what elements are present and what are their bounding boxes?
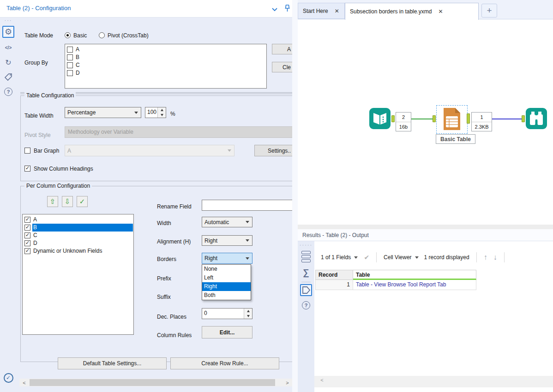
run-refresh-icon[interactable]: ↻	[2, 56, 14, 68]
chevron-down-icon[interactable]	[354, 256, 358, 259]
results-toolbar: 1 of 1 Fields ✔ Cell Viewer 1 record dis…	[314, 250, 553, 264]
suffix-label: Suffix	[157, 294, 171, 300]
column-rules-edit-button[interactable]: Edit...	[202, 326, 252, 339]
horizontal-scrollbar[interactable]: < >	[19, 379, 292, 386]
list-item[interactable]: Dynamic or Unknown Fields	[23, 247, 133, 255]
metadata-view-icon[interactable]: ∑	[300, 267, 312, 279]
spin-up-icon[interactable]	[244, 309, 252, 314]
checkbox[interactable]	[67, 54, 73, 60]
table-row: 1 Table - View Browse Tool Report Tab	[315, 280, 476, 290]
tool-annotation-label[interactable]: Basic Table	[436, 134, 475, 144]
cell-viewer-dropdown[interactable]: Cell Viewer	[384, 254, 411, 261]
pin-icon[interactable]	[283, 4, 291, 14]
scrollbar-thumb[interactable]	[30, 379, 275, 386]
bar-graph-checkbox[interactable]	[24, 148, 30, 154]
all-button[interactable]: A	[272, 44, 292, 54]
default-table-settings-button[interactable]: Default Table Settings...	[58, 357, 167, 369]
checkbox[interactable]	[67, 62, 73, 68]
browse-tool-icon[interactable]	[526, 108, 547, 131]
checkbox[interactable]	[24, 232, 30, 238]
table-width-mode-combo[interactable]: Percentage	[65, 107, 141, 118]
show-column-headings-checkbox[interactable]	[24, 166, 30, 172]
spin-up-icon[interactable]	[158, 107, 166, 113]
list-item[interactable]: C	[65, 61, 266, 69]
group-by-list[interactable]: A B C D	[65, 44, 267, 89]
input-anchor[interactable]	[433, 115, 436, 122]
next-record-icon[interactable]: ↓	[493, 253, 497, 261]
list-item[interactable]: A	[65, 46, 266, 53]
tab-workflow[interactable]: Subsection borders in table.yxmd ✕	[345, 3, 479, 20]
dropdown-option[interactable]: None	[202, 265, 251, 273]
column-header-record[interactable]: Record	[315, 270, 353, 280]
bar-graph-settings-button[interactable]: Settings..	[254, 145, 292, 156]
dropdown-option[interactable]: Both	[202, 291, 251, 300]
list-item[interactable]: D	[65, 69, 266, 77]
new-workflow-button[interactable]: +	[481, 4, 497, 18]
apply-check-icon[interactable]: ✔	[364, 254, 369, 261]
results-sidebar: ····· ∑ ?	[298, 241, 314, 392]
table-tool-icon[interactable]	[442, 107, 462, 132]
rename-field-input[interactable]	[202, 200, 292, 211]
fields-list[interactable]: A B C D Dynamic or Unknown Fields	[22, 214, 134, 335]
output-anchor[interactable]	[391, 115, 395, 122]
connection-line-blue[interactable]	[492, 119, 522, 119]
list-item[interactable]: A	[23, 216, 133, 224]
borders-combo[interactable]: Right	[202, 253, 252, 264]
spin-down-icon[interactable]	[244, 314, 252, 319]
scroll-left-icon[interactable]: <	[20, 379, 28, 386]
close-icon[interactable]: ✕	[438, 8, 443, 15]
previous-record-icon[interactable]: ↑	[484, 253, 487, 261]
tool-config-sidebar: ··· ⚙ </> ↻ ? ✓	[0, 18, 17, 392]
canvas-results-splitter[interactable]	[298, 225, 553, 229]
list-item[interactable]: C	[23, 232, 133, 239]
collapse-chevron-icon[interactable]	[271, 6, 278, 13]
column-header-table[interactable]: Table	[353, 270, 476, 280]
table-width-value-spinner[interactable]: 100	[145, 107, 166, 118]
output-anchor-icon[interactable]	[300, 284, 312, 296]
code-icon[interactable]: </>	[2, 42, 14, 53]
help-icon[interactable]: ?	[2, 86, 14, 98]
checkbox[interactable]	[24, 225, 30, 231]
list-item[interactable]: B	[65, 53, 266, 61]
create-row-rule-button[interactable]: Create Row Rule...	[170, 357, 279, 369]
scroll-left-icon[interactable]: <	[318, 376, 326, 384]
close-icon[interactable]: ✕	[335, 8, 339, 14]
text-input-tool-icon[interactable]	[369, 108, 391, 131]
select-all-fields-button[interactable]: ✓	[77, 196, 88, 207]
chevron-down-icon[interactable]	[415, 256, 419, 259]
table-value-cell[interactable]: Table - View Browse Tool Report Tab	[353, 280, 476, 290]
gear-icon[interactable]: ⚙	[2, 26, 14, 38]
checkbox[interactable]	[24, 248, 30, 254]
fields-summary-dropdown[interactable]: 1 of 1 Fields	[321, 254, 351, 261]
table-mode-pivot-radio[interactable]	[99, 32, 105, 38]
width-combo[interactable]: Automatic	[202, 217, 252, 227]
connection-line-green[interactable]	[411, 119, 433, 119]
tag-icon[interactable]	[2, 71, 14, 83]
dropdown-option[interactable]: Left	[202, 273, 251, 282]
clear-button[interactable]: Cle	[272, 62, 292, 72]
tab-start-here[interactable]: Start Here ✕	[298, 3, 345, 19]
scroll-right-icon[interactable]: >	[283, 379, 291, 386]
drag-dots-icon[interactable]: ·····	[298, 242, 314, 248]
move-down-button[interactable]: ⇩	[62, 196, 73, 207]
overflow-dots-icon[interactable]: ···	[0, 18, 17, 23]
input-anchor[interactable]	[522, 115, 525, 122]
checkbox[interactable]	[67, 47, 73, 53]
help-icon[interactable]: ?	[300, 299, 312, 311]
output-anchor[interactable]	[467, 113, 470, 124]
dropdown-option-selected[interactable]: Right	[202, 282, 251, 291]
checkbox[interactable]	[24, 217, 30, 223]
list-item[interactable]: D	[23, 239, 133, 247]
data-view-icon[interactable]	[300, 250, 312, 262]
spin-down-icon[interactable]	[158, 113, 166, 118]
checkbox[interactable]	[24, 240, 30, 246]
move-up-button[interactable]: ⇧	[47, 196, 58, 207]
ok-check-icon[interactable]: ✓	[2, 372, 14, 384]
table-mode-basic-radio[interactable]	[65, 32, 71, 38]
checkbox[interactable]	[67, 70, 73, 76]
dec-places-spinner[interactable]: 0	[202, 308, 252, 319]
alignment-combo[interactable]: Right	[202, 235, 252, 246]
list-item-selected[interactable]: B	[23, 224, 133, 232]
results-horizontal-scrollbar[interactable]: <	[314, 376, 553, 387]
workflow-canvas[interactable]: 2 16b 1 2.3KB Basic Table	[298, 19, 553, 225]
